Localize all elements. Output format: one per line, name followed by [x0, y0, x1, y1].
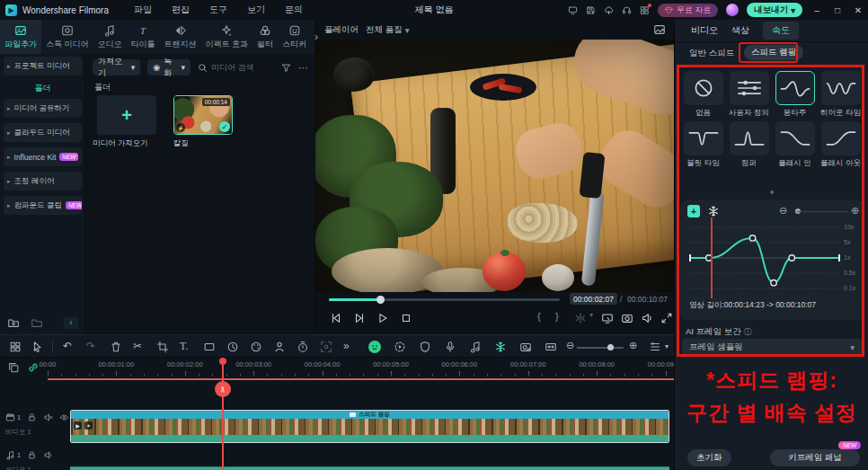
- subtab-speed-ramping[interactable]: 스피드 램핑: [744, 45, 803, 60]
- interpolation-dropdown[interactable]: 프레임 샘플링 ▾: [682, 339, 862, 356]
- timeline-zoom-knob[interactable]: [607, 344, 614, 350]
- undo-icon[interactable]: ↶: [63, 340, 72, 352]
- camera-settings-icon[interactable]: [519, 341, 532, 353]
- lock-track-icon[interactable]: [27, 450, 37, 460]
- split-scissors-icon[interactable]: ✂: [133, 340, 142, 352]
- lock-track-icon[interactable]: [27, 412, 37, 422]
- mark-in-button[interactable]: {: [537, 311, 541, 322]
- sidebar-item-influence-kit[interactable]: ▸ Influence Kit NEW: [4, 147, 82, 166]
- mask-tool-icon[interactable]: [203, 341, 216, 353]
- tab-stock-media[interactable]: 스톡 미디어: [41, 20, 93, 54]
- mute-track-icon[interactable]: [43, 412, 53, 422]
- save-icon[interactable]: [586, 5, 596, 15]
- sidebar-item-project-media[interactable]: ▸ 프로젝트 미디어: [4, 57, 82, 75]
- crop-icon[interactable]: [156, 341, 169, 353]
- speed-preset-bullet-time[interactable]: 불릿 타임: [680, 121, 726, 167]
- add-keyframe-button[interactable]: +: [687, 205, 700, 217]
- play-button[interactable]: [376, 312, 389, 324]
- sidebar-item-cloud-media[interactable]: ▸ 클라우드 미디어: [4, 123, 82, 142]
- media-clip-thumbnail[interactable]: 00:00:14 ✓ ⚡: [173, 95, 233, 135]
- freeze-frame-icon[interactable]: [494, 341, 507, 353]
- stop-button[interactable]: [400, 312, 412, 324]
- color-tool-icon[interactable]: [250, 341, 262, 353]
- subtab-normal-speed[interactable]: 일반 스피드: [689, 48, 734, 59]
- fullscreen-icon[interactable]: [660, 312, 673, 324]
- menu-tools[interactable]: 도구: [209, 4, 227, 16]
- display-icon[interactable]: [568, 5, 578, 15]
- volume-icon[interactable]: [641, 312, 653, 324]
- record-dropdown[interactable]: ◉ 녹화▾: [147, 59, 190, 75]
- speed-preset-montage[interactable]: 몽타주: [772, 71, 818, 117]
- tab-stickers[interactable]: 스티커: [278, 20, 311, 54]
- previous-frame-button[interactable]: [330, 312, 342, 324]
- tab-audio[interactable]: 오디오: [93, 20, 127, 54]
- fit-timeline-icon[interactable]: [545, 341, 557, 353]
- collapse-sidebar-button[interactable]: ‹: [64, 317, 78, 329]
- export-button[interactable]: 내보내기▾: [747, 3, 802, 17]
- menu-help[interactable]: 문의: [285, 4, 303, 16]
- speed-tool-icon[interactable]: [226, 341, 239, 353]
- user-avatar[interactable]: [726, 4, 739, 16]
- timeline-ruler[interactable]: 00:0000:00:01:0000:00:02:0000:00:03:0000…: [0, 358, 674, 380]
- more-options-icon[interactable]: ⋯: [298, 62, 308, 74]
- snapshot-camera-icon[interactable]: [621, 312, 633, 324]
- maximize-button[interactable]: □: [831, 5, 844, 15]
- speed-preset-custom[interactable]: 사용자 정의: [726, 71, 772, 117]
- apps-grid-icon[interactable]: [640, 5, 650, 15]
- search-input[interactable]: [211, 63, 274, 72]
- tab-transitions[interactable]: 트랜지션: [160, 20, 201, 54]
- playhead-handle[interactable]: [219, 358, 226, 365]
- snapshot-view-icon[interactable]: [653, 23, 666, 36]
- curve-zoom-in-icon[interactable]: ⊕: [851, 205, 859, 217]
- close-button[interactable]: ✕: [852, 5, 864, 15]
- cloud-upload-icon[interactable]: [604, 5, 614, 15]
- zoom-in-icon[interactable]: ⊕: [629, 340, 637, 351]
- tab-titles[interactable]: T 타이틀: [127, 20, 160, 54]
- playhead-scissors-marker[interactable]: ✂: [215, 381, 231, 397]
- split-icon[interactable]: [574, 312, 587, 324]
- media-browser-icon[interactable]: [9, 341, 22, 353]
- reset-button[interactable]: 초기화: [687, 449, 731, 466]
- filter-funnel-icon[interactable]: [281, 63, 291, 73]
- speed-preset-none[interactable]: 없음: [680, 71, 726, 117]
- voiceover-mic-icon[interactable]: [444, 341, 456, 353]
- curve-playhead[interactable]: [711, 217, 713, 298]
- import-dropdown[interactable]: 가져오기▾: [93, 59, 140, 75]
- mark-out-button[interactable]: }: [555, 311, 559, 322]
- tab-file-add[interactable]: 파일추가: [0, 20, 41, 54]
- speed-preset-flash-out[interactable]: 플래시 아웃: [818, 121, 864, 167]
- audio-mixer-icon[interactable]: [469, 341, 482, 353]
- media-search[interactable]: [198, 63, 274, 73]
- shield-icon[interactable]: [419, 341, 431, 353]
- text-tool-icon[interactable]: T.: [180, 340, 188, 353]
- track-volume-icon[interactable]: [43, 450, 53, 460]
- menu-edit[interactable]: 편집: [172, 4, 190, 16]
- timeline-video-clip[interactable]: 스피드 램핑 ▶ ✦: [70, 410, 669, 443]
- chevron-down-icon[interactable]: ▾: [589, 311, 593, 319]
- render-preview-icon[interactable]: [394, 341, 406, 353]
- tab-effects[interactable]: 이펙트 효과: [201, 20, 253, 54]
- mirror-display-icon[interactable]: [601, 312, 614, 324]
- preview-scrubber[interactable]: [329, 298, 560, 301]
- tab-color[interactable]: 색상: [731, 24, 749, 37]
- select-tool-icon[interactable]: [31, 341, 43, 353]
- import-media-tile[interactable]: +: [97, 95, 156, 135]
- track-layout-icon[interactable]: [649, 341, 661, 353]
- tab-filters[interactable]: 필터: [252, 20, 278, 54]
- folder-icon[interactable]: [31, 316, 43, 329]
- chevron-down-icon[interactable]: ▾: [665, 342, 669, 350]
- zoom-out-icon[interactable]: ⊖: [566, 340, 574, 351]
- curve-zoom-out-icon[interactable]: ⊖: [779, 205, 787, 217]
- support-icon[interactable]: [622, 5, 632, 15]
- timer-icon[interactable]: [297, 341, 309, 353]
- motion-tracking-icon[interactable]: [273, 341, 286, 353]
- menu-view[interactable]: 보기: [247, 4, 265, 16]
- speed-preset-flash-in[interactable]: 플래시 인: [772, 121, 818, 167]
- sidebar-item-adjustment-layer[interactable]: ▸ 조정 레이어: [4, 172, 82, 191]
- new-folder-icon[interactable]: [7, 316, 20, 329]
- sidebar-item-folder-selected[interactable]: 폴더: [0, 83, 85, 94]
- scrubber-knob[interactable]: [376, 296, 385, 304]
- next-frame-button[interactable]: [353, 312, 366, 324]
- sidebar-item-compound-clip[interactable]: ▸ 컴파운드 클립 NEW: [4, 196, 82, 215]
- quality-dropdown[interactable]: 전체 품질▾: [366, 24, 409, 36]
